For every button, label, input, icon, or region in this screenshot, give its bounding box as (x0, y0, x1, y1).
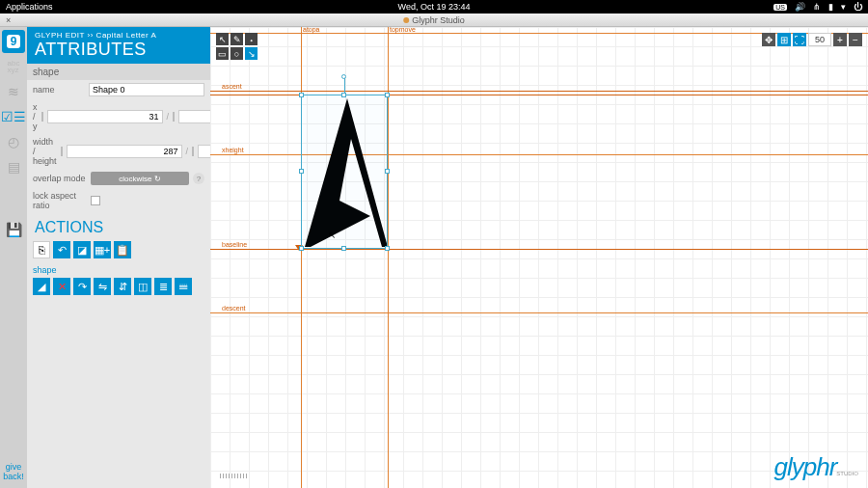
keyboard-indicator[interactable]: US (773, 4, 787, 11)
descent-label: descent (222, 305, 246, 312)
handle-e[interactable] (385, 169, 390, 174)
nav-glyph-edit[interactable]: 9 (2, 30, 25, 53)
handle-ne[interactable] (385, 93, 390, 97)
view-grid[interactable]: ⊞ (777, 33, 791, 46)
toolbox: ↖ ✎ ⬩ ▭ ○ ↘ (216, 33, 258, 60)
clock[interactable]: Wed, Oct 19 23:44 (398, 2, 471, 12)
panel-header: GLYPH EDIT ›› Capital Letter A ATTRIBUTE… (27, 27, 210, 64)
handle-sw[interactable] (299, 246, 304, 251)
nav-guides[interactable]: ▤ (2, 155, 25, 178)
mirror-action[interactable]: ◫ (134, 278, 151, 295)
glyphr-logo: glyphrSTUDIO (774, 452, 859, 482)
view-fit[interactable]: ⛶ (793, 33, 806, 46)
name-label: name (33, 85, 85, 95)
nav-checklist[interactable]: ☑☰ (2, 105, 25, 128)
tool-pen[interactable]: ✎ (231, 33, 243, 45)
x-lock[interactable] (41, 112, 43, 122)
w-lock[interactable] (61, 147, 63, 156)
undo-action[interactable]: ↶ (53, 241, 70, 258)
panel-title: ATTRIBUTES (35, 40, 203, 60)
actions-header: ACTIONS (27, 213, 210, 238)
zoom-in[interactable]: + (833, 33, 847, 46)
window-title: Glyphr Studio (403, 15, 465, 25)
shape-actions-label: shape (27, 261, 210, 275)
topmove-label: topmove (390, 27, 416, 33)
wifi-icon[interactable]: ⋔ (813, 2, 821, 12)
lock-aspect-label: lock aspect ratio (33, 191, 87, 210)
nav-characters[interactable]: abcxyz (2, 55, 25, 78)
tool-point[interactable]: ⬩ (245, 33, 258, 45)
wh-label: width / height (33, 137, 57, 166)
layer-down-action[interactable]: ⩸ (175, 278, 192, 295)
lock-aspect-checkbox[interactable] (91, 196, 100, 205)
nav-history[interactable]: ◴ (2, 130, 25, 153)
add-shape-action[interactable]: ▦+ (94, 241, 111, 258)
y-lock[interactable] (173, 112, 175, 122)
os-topbar: Applications Wed, Oct 19 23:44 US 🔊 ⋔ ▮ … (0, 0, 868, 14)
apps-menu[interactable]: Applications (6, 2, 53, 12)
breadcrumb[interactable]: GLYPH EDIT ›› Capital Letter A (35, 31, 203, 40)
window-titlebar: × Glyphr Studio (0, 14, 868, 27)
nav-layers[interactable]: ≋ (2, 80, 25, 103)
flipv-action[interactable]: ⇵ (114, 278, 131, 295)
svg-text:9: 9 (11, 35, 17, 48)
handle-n[interactable] (341, 93, 346, 97)
ascent-label: ascent (222, 83, 242, 90)
give-back-link[interactable]: give back! (3, 463, 24, 488)
canvas[interactable]: atopa topmove ascent xheight baseline de… (210, 27, 868, 488)
ascent-guide (210, 91, 868, 92)
overlap-label: overlap mode (33, 174, 87, 183)
xheight-label: xheight (222, 147, 244, 153)
volume-icon[interactable]: 🔊 (795, 2, 805, 12)
paste-shape-action[interactable]: ◪ (73, 241, 91, 258)
tool-rect[interactable]: ▭ (216, 47, 229, 60)
tool-oval[interactable]: ○ (231, 47, 243, 60)
x-input[interactable] (47, 110, 163, 123)
pan-tool[interactable]: ✥ (762, 33, 775, 46)
overlap-mode-button[interactable]: clockwise ↻ (91, 172, 189, 185)
xy-label: x / y (33, 102, 38, 131)
zoom-out[interactable]: − (849, 33, 862, 46)
handle-se[interactable] (385, 246, 390, 251)
atop-label: atopa (303, 27, 320, 33)
descent-guide (210, 312, 868, 313)
copy-action[interactable]: ⎘ (33, 241, 50, 258)
tool-arrow[interactable]: ↖ (216, 33, 229, 45)
handle-nw[interactable] (299, 93, 304, 97)
clipboard-action[interactable]: 📋 (114, 241, 131, 258)
layer-up-action[interactable]: ≣ (154, 278, 172, 295)
handle-s[interactable] (341, 246, 346, 251)
tool-path[interactable]: ↘ (245, 47, 258, 60)
view-controls: ✥ ⊞ ⛶ 50 + − (762, 33, 862, 46)
notif-icon[interactable]: ▾ (841, 2, 846, 12)
rotate-stem (344, 78, 345, 93)
nav-save[interactable]: 💾 (2, 218, 25, 241)
rotate-action[interactable]: ↷ (73, 278, 91, 295)
shape-section-header: shape (27, 64, 210, 80)
cursor-icon: ↖ (328, 230, 336, 240)
power-icon[interactable]: ⏻ (854, 2, 862, 12)
fliph-action[interactable]: ⇋ (94, 278, 111, 295)
battery-icon[interactable]: ▮ (828, 2, 833, 12)
nav-rail: 9 abcxyz ≋ ☑☰ ◴ ▤ 💾 give back! (0, 27, 27, 488)
ruler-ticks (220, 474, 247, 478)
baseline-label: baseline (222, 241, 247, 248)
name-input[interactable] (89, 83, 204, 96)
handle-w[interactable] (299, 169, 304, 174)
close-button[interactable]: × (6, 15, 11, 25)
attributes-panel: GLYPH EDIT ›› Capital Letter A ATTRIBUTE… (27, 27, 210, 488)
h-lock[interactable] (192, 147, 194, 156)
delete-shape-action[interactable]: ✕ (53, 278, 70, 295)
w-input[interactable] (67, 145, 182, 158)
rotate-handle[interactable] (341, 74, 346, 79)
zoom-level[interactable]: 50 (808, 33, 831, 46)
shape-action-1[interactable]: ◢ (33, 278, 50, 295)
overlap-help-icon[interactable]: ? (193, 173, 204, 184)
selection-box[interactable] (301, 95, 388, 249)
